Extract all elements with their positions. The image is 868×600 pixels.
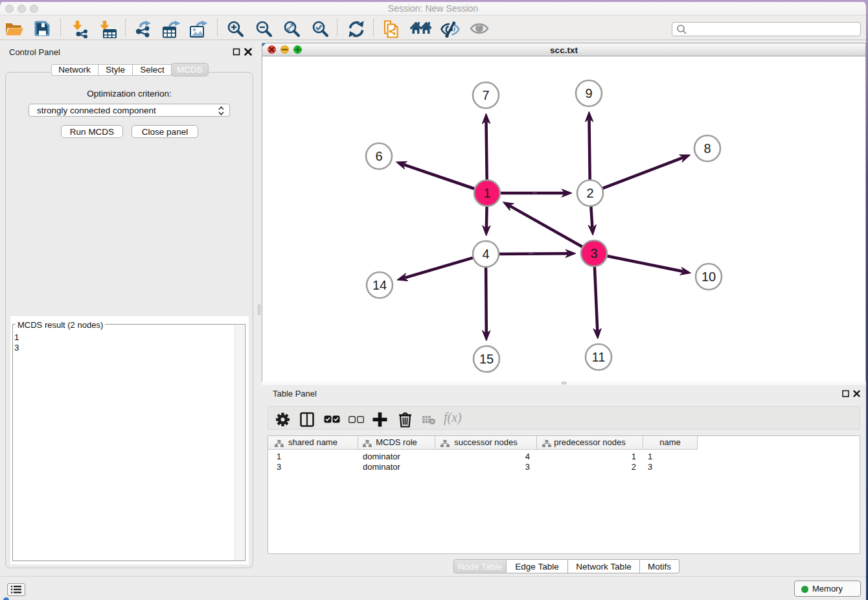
svg-text:3: 3	[590, 246, 597, 260]
svg-text:7: 7	[482, 88, 489, 102]
svg-text:2: 2	[586, 186, 593, 200]
svg-text:8: 8	[703, 141, 711, 156]
svg-text:4: 4	[482, 247, 489, 261]
svg-text:11: 11	[592, 350, 606, 364]
svg-text:1: 1	[483, 186, 490, 200]
svg-text:15: 15	[479, 352, 494, 366]
svg-text:6: 6	[375, 149, 382, 163]
svg-text:9: 9	[585, 86, 592, 100]
svg-text:14: 14	[372, 278, 387, 292]
svg-text:10: 10	[702, 270, 716, 284]
